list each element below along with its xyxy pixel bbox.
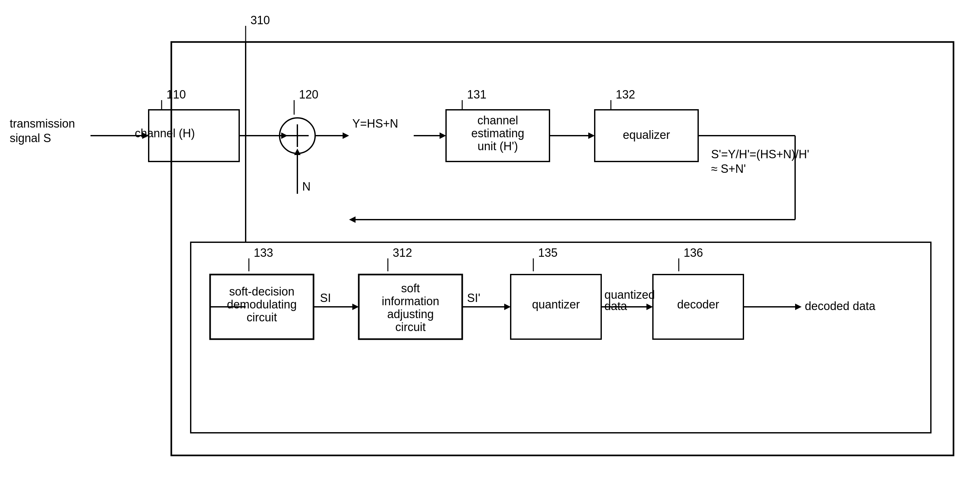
ref-131: 131 (467, 88, 487, 101)
soft-info-label1: soft (401, 282, 420, 295)
ref-135: 135 (538, 246, 558, 259)
ref-120: 120 (299, 88, 318, 101)
svg-marker-44 (795, 303, 802, 310)
y-eq-label: Y=HS+N (352, 117, 398, 130)
ref-132: 132 (616, 88, 635, 101)
channel-est-label3: unit (H') (478, 140, 518, 153)
equalizer-label: equalizer (623, 128, 670, 141)
quantized-data-label2: data (605, 299, 627, 313)
ref-310: 310 (250, 14, 270, 27)
soft-decision-label3: circuit (247, 311, 277, 324)
svg-marker-27 (349, 216, 356, 223)
quantizer-label: quantizer (532, 298, 580, 311)
ref-136: 136 (684, 246, 703, 259)
si-prime-label: SI' (467, 291, 480, 305)
svg-marker-15 (343, 132, 349, 139)
s-approx-label: ≈ S+N' (711, 162, 746, 175)
soft-info-label4: circuit (395, 321, 426, 333)
svg-rect-28 (191, 242, 931, 433)
ref-110: 110 (167, 88, 186, 101)
svg-marker-40 (646, 303, 653, 310)
soft-decision-label2: demodulating (227, 298, 297, 311)
diagram-container: 310 transmission signal S 110 channel (H… (0, 0, 980, 489)
channel-est-label2: estimating (471, 127, 524, 140)
channel-label: channel (H) (135, 127, 195, 140)
svg-marker-13 (294, 149, 301, 155)
soft-info-label3: adjusting (387, 308, 434, 321)
ref-133: 133 (254, 246, 273, 259)
svg-marker-32 (352, 303, 359, 310)
svg-marker-17 (439, 132, 446, 139)
soft-info-label2: information (382, 295, 439, 308)
channel-est-label1: channel (477, 114, 518, 127)
transmission-signal-label: transmission (10, 117, 75, 130)
svg-rect-0 (171, 42, 953, 456)
s-prime-eq-label: S'=Y/H'=(HS+N)/H' (711, 148, 809, 161)
ref-312: 312 (393, 246, 412, 259)
transmission-signal-s: signal S (10, 132, 51, 145)
svg-marker-36 (504, 303, 511, 310)
si-label: SI (320, 291, 331, 305)
svg-marker-21 (588, 132, 595, 139)
noise-label: N (302, 180, 310, 193)
decoder-label: decoder (677, 298, 719, 311)
decoded-data-label: decoded data (805, 299, 876, 313)
soft-decision-label1: soft-decision (229, 285, 294, 298)
